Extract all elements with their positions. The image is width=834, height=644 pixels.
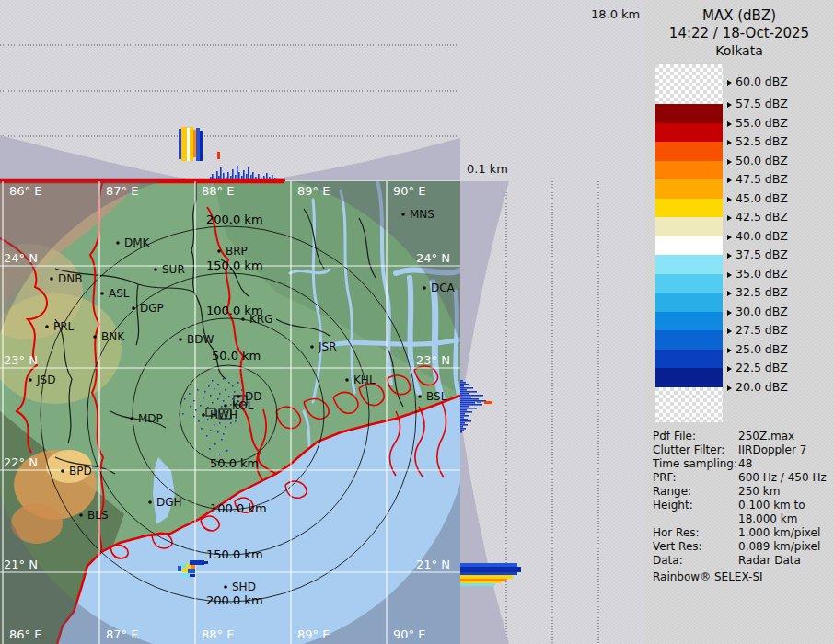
metadata-row: PRF:600 Hz / 450 Hz: [653, 471, 832, 484]
metadata-row: Data:Radar Data: [653, 554, 832, 567]
city-label: BDW: [187, 333, 214, 346]
side-height-profile-panel: 18.0 km 0.1 km: [460, 0, 644, 644]
legend-color-band: [655, 142, 723, 161]
city-dot: [79, 513, 83, 517]
city-dot: [93, 335, 97, 339]
legend-label: 45.0 dBZ: [727, 191, 788, 205]
beam-blind-wedge-left: [0, 135, 193, 180]
metadata-label: Pdf File:: [653, 430, 696, 443]
metadata-value: IIRDoppler 7: [738, 443, 806, 456]
longitude-label: 90° E: [393, 627, 425, 641]
metadata-label: Time sampling:: [653, 457, 737, 470]
legend-arrow-icon: [727, 80, 732, 86]
legend-color-band: [655, 199, 723, 218]
metadata-value: 1.000 km/pixel: [738, 526, 820, 539]
latitude-label: 24° N: [416, 251, 450, 265]
metadata-row: Range:250 km: [653, 485, 832, 498]
legend-label: 30.0 dBZ: [727, 305, 788, 318]
city-dot: [241, 317, 245, 321]
city-dot: [310, 345, 314, 349]
legend-label: 37.5 dBZ: [727, 247, 788, 261]
city-dot: [345, 378, 349, 382]
legend-color-band: [655, 236, 723, 256]
latitude-label: 22° N: [4, 455, 38, 469]
software-credit: Rainbow® SELEX-SI: [653, 570, 763, 583]
city-dot: [45, 325, 49, 328]
longitude-label: 90° E: [393, 184, 425, 198]
radar-map-panel[interactable]: 86° E86° E87° E87° E88° E88° E89° E89° E…: [0, 181, 460, 644]
legend-label: 50.0 dBZ: [727, 154, 788, 167]
legend-arrow-icon: [727, 235, 732, 240]
city-label: MNS: [410, 208, 434, 221]
range-ring-label: 200.0 km: [206, 593, 263, 607]
city-label: JSD: [36, 374, 55, 386]
legend-arrow-icon: [727, 291, 732, 296]
city-label: BNK: [101, 330, 125, 343]
legend-arrow-icon: [727, 215, 732, 221]
legend-color-band: [655, 104, 723, 123]
metadata-value: Radar Data: [738, 554, 801, 567]
legend-label: 22.5 dBZ: [727, 361, 788, 374]
beam-blind-wedge-top: [460, 181, 509, 414]
latitude-label: 21° N: [4, 558, 38, 571]
legend-arrow-icon: [727, 328, 732, 334]
longitude-label: 88° E: [202, 184, 234, 198]
range-ring-label: 100.0 km: [210, 501, 267, 515]
city-dot: [116, 241, 120, 245]
metadata-label: Data:: [653, 554, 683, 567]
range-ring-label: 150.0 km: [206, 259, 263, 272]
legend-arrow-icon: [727, 140, 732, 145]
metadata-label: Clutter Filter:: [653, 443, 724, 456]
range-ring-label: 50.0 km: [212, 349, 261, 362]
legend-checker-band: [655, 387, 723, 422]
city-dot: [50, 277, 53, 281]
city-dot: [423, 286, 426, 290]
legend-label: 35.0 dBZ: [727, 267, 788, 281]
metadata-value: 0.100 km to: [738, 499, 805, 512]
product-title: MAX (dBZ): [644, 7, 834, 25]
metadata-value: 48: [738, 457, 752, 470]
longitude-label: 89° E: [297, 627, 330, 641]
legend-arrow-icon: [727, 253, 732, 259]
product-datetime: 14:22 / 18-Oct-2025: [644, 25, 834, 42]
city-label: MDP: [138, 412, 163, 425]
legend-label: 25.0 dBZ: [727, 342, 788, 356]
city-label: BLS: [87, 509, 109, 522]
legend-color-band: [655, 179, 723, 199]
legend-color-band: [655, 312, 723, 331]
metadata-value: 18.000 km: [738, 512, 797, 525]
city-label: SHD: [232, 581, 256, 593]
legend-arrow-icon: [727, 197, 732, 202]
city-label: ASL: [109, 287, 130, 300]
city-dot: [217, 249, 221, 253]
longitude-label: 86° E: [9, 627, 41, 641]
legend-label: 40.0 dBZ: [727, 229, 788, 243]
legend-arrow-icon: [727, 178, 732, 183]
metadata-label: Vert Res:: [653, 540, 702, 553]
legend-arrow-icon: [727, 102, 732, 108]
top-height-profile-panel: [0, 0, 460, 181]
legend-label: 27.5 dBZ: [727, 323, 788, 337]
longitude-label: 86° E: [9, 184, 41, 198]
city-label: KHL: [353, 374, 376, 386]
legend-label: 55.0 dBZ: [727, 116, 788, 130]
legend-arrow-icon: [727, 159, 732, 165]
legend-color-band: [655, 293, 723, 312]
legend-checker-band: [655, 64, 723, 104]
metadata-label: Hor Res:: [653, 526, 700, 539]
city-label: DCA: [431, 282, 456, 294]
metadata-row: Time sampling:48: [653, 457, 832, 470]
radar-product-window: 18.0 km 0.1 km: [0, 0, 834, 644]
metadata-label: PRF:: [653, 471, 677, 484]
city-label: HWH: [210, 408, 237, 421]
legend-color-band: [655, 161, 723, 180]
city-label: DMK: [124, 236, 151, 249]
city-dot: [401, 213, 405, 216]
city-dot: [130, 417, 133, 420]
longitude-label: 87° E: [106, 627, 138, 641]
city-dot: [202, 413, 205, 417]
legend-color-band: [655, 123, 723, 143]
range-ring-label: 200.0 km: [206, 213, 263, 226]
top-profile-echoes: [179, 127, 276, 180]
legend-arrow-icon: [727, 121, 732, 127]
